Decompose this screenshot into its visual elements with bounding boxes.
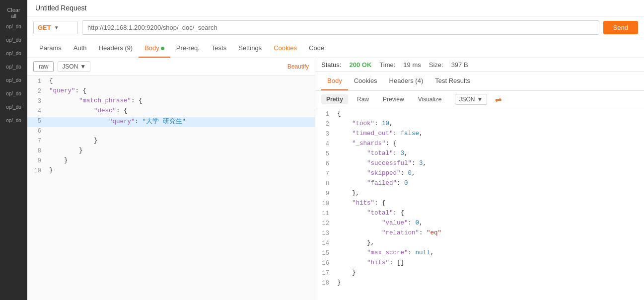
rline-11: 11 "total": { — [315, 210, 644, 220]
wrap-icon[interactable]: ⇌ — [495, 95, 501, 104]
rline-16: 16 "hits": [] — [315, 259, 644, 269]
rline-2: 2 "took": 10, — [315, 120, 644, 130]
rline-5: 5 "total": 3, — [315, 150, 644, 160]
code-line-9: 9 } — [27, 157, 315, 167]
response-tabs: Body Cookies Headers (4) Test Results — [315, 72, 644, 91]
rline-18: 18 } — [315, 279, 644, 289]
raw-response-button[interactable]: Raw — [352, 94, 374, 104]
code-line-6: 6 — [27, 127, 315, 137]
rline-14: 14 }, — [315, 239, 644, 249]
pretty-button[interactable]: Pretty — [321, 94, 348, 104]
json-format-dropdown[interactable]: JSON ▼ — [58, 61, 90, 72]
size-value: 397 B — [451, 61, 468, 69]
code-line-1: 1 { — [27, 77, 315, 87]
format-bar: raw JSON ▼ Beautify — [27, 58, 315, 75]
tab-params[interactable]: Params — [33, 39, 68, 58]
code-line-4: 4 "desc": { — [27, 107, 315, 117]
code-line-8: 8 } — [27, 147, 315, 157]
request-bar: GET ▼ Send — [27, 16, 644, 39]
tab-code[interactable]: Code — [303, 39, 330, 58]
rline-1: 1 { — [315, 110, 644, 120]
sidebar-item-8[interactable]: op/_do — [0, 114, 27, 127]
sidebar-item-6[interactable]: op/_do — [0, 87, 27, 100]
sidebar-item-3[interactable]: op/_do — [0, 47, 27, 60]
sidebar-item-1[interactable]: op/_do — [0, 20, 27, 33]
body-dot — [161, 47, 164, 50]
rline-8: 8 "failed": 0 — [315, 180, 644, 190]
sidebar-item-4[interactable]: op/_do — [0, 60, 27, 74]
sidebar-item-7[interactable]: op/_do — [0, 100, 27, 114]
code-line-10: 10 } — [27, 167, 315, 177]
method-label: GET — [38, 24, 51, 31]
status-value: 200 OK — [349, 61, 371, 69]
rtab-cookies[interactable]: Cookies — [348, 72, 383, 90]
tab-auth[interactable]: Auth — [68, 39, 93, 58]
send-button[interactable]: Send — [603, 21, 638, 34]
time-label: Time: — [379, 61, 395, 69]
rline-7: 7 "skipped": 0, — [315, 170, 644, 180]
rline-10: 10 "hits": { — [315, 200, 644, 210]
rtab-body[interactable]: Body — [321, 72, 348, 90]
json-chevron-icon: ▼ — [80, 63, 86, 70]
size-label: Size: — [429, 61, 443, 69]
beautify-button[interactable]: Beautify — [287, 63, 309, 70]
raw-format-button[interactable]: raw — [33, 61, 54, 72]
rline-15: 15 "max_score": null, — [315, 249, 644, 259]
status-label: Status: — [321, 61, 341, 69]
method-chevron-icon: ▼ — [54, 25, 59, 30]
visualize-button[interactable]: Visualize — [413, 94, 447, 104]
response-json-chevron-icon: ▼ — [477, 96, 483, 103]
rline-12: 12 "value": 0, — [315, 220, 644, 229]
method-select[interactable]: GET ▼ — [33, 21, 78, 34]
rline-13: 13 "relation": "eq" — [315, 229, 644, 239]
rline-17: 17 } — [315, 269, 644, 279]
sidebar-item-5[interactable]: op/_do — [0, 74, 27, 87]
rline-9: 9 }, — [315, 190, 644, 200]
code-line-7: 7 } — [27, 137, 315, 147]
rline-4: 4 "_shards": { — [315, 140, 644, 150]
tab-settings[interactable]: Settings — [232, 39, 268, 58]
url-input[interactable] — [82, 20, 599, 35]
time-value: 19 ms — [403, 61, 421, 69]
rtab-test-results[interactable]: Test Results — [429, 72, 476, 90]
code-line-2: 2 "query": { — [27, 87, 315, 97]
rtab-headers[interactable]: Headers (4) — [383, 72, 429, 90]
code-line-3: 3 "match_phrase": { — [27, 97, 315, 107]
request-tabs: Params Auth Headers (9) Body Pre-req. Te… — [27, 39, 644, 58]
request-body-editor[interactable]: 1 { 2 "query": { 3 "match_phrase": { 4 — [27, 75, 315, 300]
response-body: 1 { 2 "took": 10, 3 "timed_out": false, … — [315, 108, 644, 300]
page-title: Untitled Request — [35, 4, 636, 12]
preview-button[interactable]: Preview — [378, 94, 409, 104]
response-format-bar: Pretty Raw Preview Visualize JSON ▼ ⇌ — [315, 91, 644, 108]
tab-headers[interactable]: Headers (9) — [93, 39, 139, 58]
title-bar: Untitled Request — [27, 0, 644, 16]
code-line-5: 5 "query": "大学 研究生" — [27, 117, 315, 127]
clear-all-button[interactable]: Clear all — [0, 5, 27, 21]
response-json-dropdown[interactable]: JSON ▼ — [455, 94, 488, 105]
tab-cookies[interactable]: Cookies — [268, 39, 303, 58]
rline-6: 6 "successful": 3, — [315, 160, 644, 170]
tab-tests[interactable]: Tests — [206, 39, 232, 58]
tab-prereq[interactable]: Pre-req. — [170, 39, 206, 58]
sidebar-item-2[interactable]: op/_do — [0, 33, 27, 47]
status-bar: Status: 200 OK Time: 19 ms Size: 397 B — [315, 58, 644, 72]
tab-body[interactable]: Body — [139, 39, 170, 58]
rline-3: 3 "timed_out": false, — [315, 130, 644, 140]
